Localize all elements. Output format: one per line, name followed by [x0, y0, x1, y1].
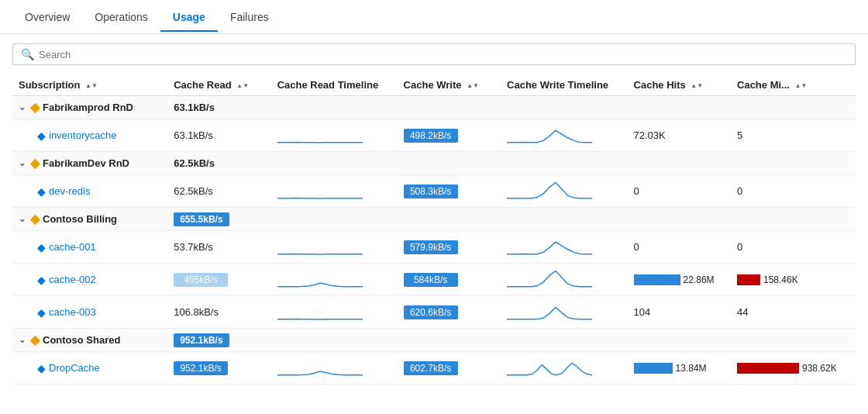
cache-hits-value: 72.03K [628, 119, 731, 152]
sort-icon-cache-write[interactable]: ▲▼ [467, 83, 479, 89]
cache-icon: ◆ [37, 274, 46, 286]
search-bar: 🔍 [12, 43, 856, 65]
subscription-icon: ◆ [30, 333, 40, 347]
group-name[interactable]: ⌄ ◆ Contoso Billing [12, 208, 167, 231]
cache-write-timeline [501, 152, 627, 175]
cache-write-value: 602.7kB/s [398, 352, 501, 385]
group-name[interactable]: ⌄ ◆ FabrikamDev RnD [12, 152, 167, 175]
child-name[interactable]: ◆ inventorycache [12, 119, 167, 152]
cache-read-value: 62.5kB/s [167, 152, 270, 175]
subscription-icon: ◆ [30, 100, 40, 115]
cache-write-timeline [501, 119, 627, 152]
cache-write-value: 579.9kB/s [398, 231, 501, 264]
sort-icon-cache-miss[interactable]: ▲▼ [795, 83, 808, 89]
cache-icon: ◆ [37, 185, 46, 198]
cache-hits-value: 104 [628, 296, 731, 329]
cache-read-value: 655.5kB/s [167, 208, 270, 231]
table-row[interactable]: ◆ inventorycache 63.1kB/s 498.2kB/s 72.0… [12, 119, 856, 152]
group-row[interactable]: ⌄ ◆ Fabrikamprod RnD 63.1kB/s [12, 96, 856, 119]
col-subscription[interactable]: Subscription ▲▼ [12, 74, 167, 96]
child-name[interactable]: ◆ dev-redis [12, 175, 167, 208]
table-row[interactable]: ◆ dev-redis 62.5kB/s 508.3kB/s 00 [12, 175, 856, 208]
col-cache-read-timeline: Cache Read Timeline [271, 74, 398, 96]
col-cache-hits[interactable]: Cache Hits ▲▼ [628, 74, 731, 96]
cache-read-value: 106.8kB/s [167, 296, 270, 329]
group-row[interactable]: ⌄ ◆ FabrikamDev RnD 62.5kB/s [12, 152, 856, 175]
tab-overview[interactable]: Overview [12, 3, 82, 31]
child-label: inventorycache [49, 129, 116, 141]
cache-read-value: 63.1kB/s [167, 119, 270, 152]
table-row[interactable]: ◆ cache-003 106.8kB/s 620.6kB/s 10444 [12, 296, 856, 329]
col-cache-miss[interactable]: Cache Mi... ▲▼ [731, 74, 856, 96]
cache-read-timeline [271, 296, 398, 329]
col-cache-write-timeline: Cache Write Timeline [501, 74, 627, 96]
cache-icon: ◆ [37, 306, 46, 319]
cache-write-timeline [501, 175, 627, 208]
group-label: FabrikamDev RnD [43, 157, 129, 169]
cache-miss-value: 44 [731, 296, 856, 329]
child-name[interactable]: ◆ cache-002 [12, 264, 167, 296]
cache-read-timeline [271, 352, 398, 385]
sort-icon-subscription[interactable]: ▲▼ [85, 83, 98, 89]
cache-icon: ◆ [37, 241, 46, 254]
expand-icon[interactable]: ⌄ [19, 102, 26, 112]
table-row[interactable]: ◆ cache-001 53.7kB/s 579.9kB/s 00 [12, 231, 856, 264]
cache-miss-value [731, 152, 856, 175]
tab-failures[interactable]: Failures [218, 3, 281, 31]
cache-write-timeline [501, 329, 627, 352]
tab-usage[interactable]: Usage [160, 3, 218, 31]
cache-write-value [398, 96, 501, 119]
cache-read-value: 53.7kB/s [167, 231, 270, 264]
group-name[interactable]: ⌄ ◆ Fabrikamprod RnD [12, 96, 167, 119]
group-row[interactable]: ⌄ ◆ Contoso Billing 655.5kB/s [12, 208, 856, 231]
col-cache-write[interactable]: Cache Write ▲▼ [398, 74, 501, 96]
cache-read-value: 62.5kB/s [167, 175, 270, 208]
cache-miss-value [731, 208, 856, 231]
cache-write-timeline [501, 296, 627, 329]
search-input[interactable] [39, 49, 847, 60]
cache-write-value: 498.2kB/s [398, 119, 501, 152]
expand-icon[interactable]: ⌄ [19, 214, 26, 224]
cache-read-value: 63.1kB/s [167, 96, 270, 119]
child-name[interactable]: ◆ DropCache [12, 352, 167, 385]
cache-miss-value: 5 [731, 119, 856, 152]
cache-miss-value: 0 [731, 231, 856, 264]
group-name[interactable]: ⌄ ◆ Contoso Shared [12, 329, 167, 352]
cache-read-timeline [271, 175, 398, 208]
cache-icon: ◆ [37, 129, 46, 142]
cache-write-value: 508.3kB/s [398, 175, 501, 208]
cache-hits-value [628, 96, 731, 119]
cache-write-value [398, 152, 501, 175]
cache-miss-value [731, 329, 856, 352]
sort-icon-cache-read[interactable]: ▲▼ [236, 83, 249, 89]
cache-read-timeline [271, 96, 398, 119]
usage-table: Subscription ▲▼ Cache Read ▲▼ Cache Read… [12, 74, 856, 385]
child-name[interactable]: ◆ cache-001 [12, 231, 167, 264]
cache-hits-value [628, 208, 731, 231]
cache-write-timeline [501, 264, 627, 296]
sort-icon-cache-hits[interactable]: ▲▼ [691, 83, 703, 89]
cache-write-timeline [501, 96, 627, 119]
child-name[interactable]: ◆ cache-003 [12, 296, 167, 329]
cache-miss-value [731, 96, 856, 119]
expand-icon[interactable]: ⌄ [19, 335, 26, 345]
child-label: cache-001 [49, 241, 96, 253]
tab-operations[interactable]: Operations [82, 3, 160, 31]
cache-miss-value: 158.46K [731, 264, 856, 296]
cache-write-value: 584kB/s [398, 264, 501, 296]
cache-hits-value: 13.84M [628, 352, 731, 385]
col-cache-read[interactable]: Cache Read ▲▼ [167, 74, 270, 96]
cache-hits-value: 22.86M [628, 264, 731, 296]
cache-read-value: 952.1kB/s [167, 329, 270, 352]
cache-read-value: 495kB/s [167, 264, 270, 296]
group-label: Contoso Billing [43, 213, 117, 225]
cache-write-timeline [501, 352, 627, 385]
cache-write-timeline [501, 208, 627, 231]
table-row[interactable]: ◆ cache-002 495kB/s 584kB/s 22.86M 158.4… [12, 264, 856, 296]
expand-icon[interactable]: ⌄ [19, 158, 26, 168]
cache-miss-value: 938.62K [731, 352, 856, 385]
cache-miss-value: 0 [731, 175, 856, 208]
table-row[interactable]: ◆ DropCache 952.1kB/s 602.7kB/s 13.84M 9… [12, 352, 856, 385]
cache-hits-value [628, 152, 731, 175]
group-row[interactable]: ⌄ ◆ Contoso Shared 952.1kB/s [12, 329, 856, 352]
